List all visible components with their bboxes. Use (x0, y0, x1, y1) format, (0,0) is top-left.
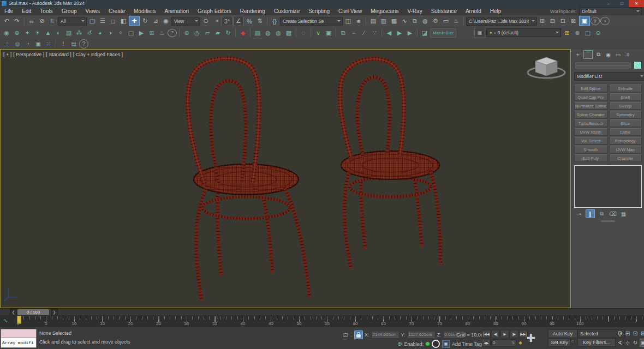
spinner-snap-icon[interactable]: ⇅ (255, 16, 265, 26)
ribbon-icon[interactable]: ▦ (389, 16, 399, 26)
layer-manager-icon[interactable]: ≣ (474, 28, 485, 38)
target-camera-icon[interactable]: ⊕ (12, 28, 22, 38)
tab-motion[interactable]: ◉ (604, 51, 612, 58)
tab-create[interactable]: ＋ (574, 51, 582, 58)
timeline-tick-label[interactable]: 35 (212, 321, 217, 326)
vray-displacement-icon[interactable]: ↺ (85, 28, 94, 38)
zoom-extents-all-icon[interactable]: ⊠ (640, 329, 644, 338)
menu-item[interactable]: Graph Editors (193, 7, 236, 15)
modifier-button[interactable]: Edit Spline (574, 85, 607, 92)
vray-logo-icon[interactable]: ◆ (238, 28, 248, 38)
modifier-button[interactable]: Quad Cap Pro (574, 93, 607, 101)
use-pivot-center-icon[interactable]: ⊙ (201, 16, 211, 26)
chaos-scatter-icon[interactable]: ⊛ (182, 28, 192, 38)
modifier-button[interactable]: Vol. Select (574, 137, 607, 145)
menu-item[interactable]: Animation (160, 7, 193, 15)
modifier-button[interactable]: Extrude (609, 85, 642, 92)
vray-fur-icon[interactable]: ⁂ (74, 28, 84, 38)
timeline-tick-label[interactable]: 65 (381, 321, 386, 326)
add-to-layer-icon[interactable]: ⊜ (573, 28, 582, 38)
vray-sun-icon[interactable]: ☀ (33, 28, 43, 38)
x-coordinate-field[interactable]: 2144,865cm (371, 331, 399, 339)
show-end-result-icon[interactable]: ∥ (586, 209, 595, 218)
select-and-link-icon[interactable]: ∞ (27, 16, 37, 26)
timeline-tick-label[interactable]: 60 (353, 321, 358, 326)
modifier-button[interactable]: Edit Poly (574, 154, 607, 162)
modifier-button[interactable]: Normalize Spline (574, 102, 607, 110)
modifier-button[interactable]: Slice (609, 119, 642, 127)
modifier-button[interactable]: TurboSmooth (574, 119, 607, 127)
menu-item[interactable]: V-Ray (403, 7, 426, 15)
material-override-icon[interactable]: ◍ (273, 28, 283, 38)
livelink-camera-icon[interactable]: ▣ (324, 28, 333, 38)
key-filters-button[interactable]: Key Filters... (577, 338, 616, 347)
maxtobler-button[interactable]: MaxToBler (430, 28, 456, 38)
menu-item[interactable]: Create (104, 7, 129, 15)
timeline-tick-label[interactable]: 25 (156, 321, 161, 326)
render-setup-icon[interactable]: ⚙ (431, 16, 440, 26)
maximize-viewport-icon[interactable]: ▣ (640, 339, 644, 347)
menu-item[interactable]: Views (81, 7, 105, 15)
railclone-left-icon[interactable]: ◀ (384, 28, 394, 38)
time-slider-track[interactable]: ❮ 0 / 100 ❯ (0, 308, 644, 316)
project-open-icon[interactable]: ⊟ (548, 16, 558, 26)
minimize-button[interactable]: – (601, 0, 615, 7)
maximize-button[interactable]: □ (615, 0, 629, 7)
tab-display[interactable]: ▭ (614, 51, 622, 58)
viewport-filter-icon[interactable]: ▼ (94, 52, 98, 56)
menu-item[interactable]: Edit (17, 7, 35, 15)
timeline-tick-label[interactable]: 40 (241, 321, 246, 326)
timeline-tick-label[interactable]: 70 (409, 321, 414, 326)
axis-constraint-icon[interactable]: ⁙ (44, 40, 53, 48)
vray-plane-light-icon[interactable]: ▲ (43, 28, 53, 38)
vray-geometry-icon[interactable]: ◐ (53, 28, 63, 38)
menu-item[interactable]: Arnold (461, 7, 486, 15)
modifier-button[interactable]: UVW Map (609, 146, 642, 153)
quad-chamfer-icon[interactable]: ⧉ (338, 28, 348, 38)
create-key-button[interactable]: ✚ (522, 329, 540, 347)
menu-item[interactable]: Rendering (236, 7, 270, 15)
physical-camera-icon[interactable]: ◉ (2, 28, 11, 38)
isolate-selection-toggle[interactable]: ⊡ (342, 331, 349, 339)
scene-canvas[interactable] (1, 50, 570, 308)
play-button[interactable]: ▶ (500, 330, 509, 338)
material-editor-icon[interactable]: ◍ (420, 16, 430, 26)
vray-help-icon[interactable]: ? (168, 29, 177, 37)
named-selection-sets-dropdown[interactable]: Create Selection Se (280, 17, 343, 26)
menu-item[interactable]: Help (486, 7, 506, 15)
timeline-tick-label[interactable]: 30 (184, 321, 189, 326)
menu-item[interactable]: Substance (427, 7, 461, 15)
select-by-name-icon[interactable]: ☰ (98, 16, 108, 26)
contrast-icon[interactable]: ◪ (420, 28, 430, 38)
vray-proxy-icon[interactable]: ▱ (202, 28, 212, 38)
project-save-icon[interactable]: ⊡ (558, 16, 568, 26)
reference-coordinate-dropdown[interactable]: View (171, 17, 200, 26)
project-settings-icon[interactable]: ⊠ (569, 16, 579, 26)
track-bar[interactable]: 0510152025303540455055606570758085909510… (18, 315, 644, 327)
color-checker-icon[interactable]: ▩ (284, 28, 294, 38)
set-key-button[interactable]: Set Key (548, 338, 571, 347)
menu-item[interactable]: Group (57, 7, 81, 15)
pen-tool-icon[interactable]: ∕ (359, 28, 369, 38)
railclone-play-icon[interactable]: ▶ (395, 28, 404, 38)
y-coordinate-field[interactable]: 1127,625cm (407, 331, 436, 339)
modifier-button[interactable]: Retopology (609, 137, 642, 145)
object-name-field[interactable] (574, 62, 632, 69)
menu-item[interactable]: File (0, 7, 17, 15)
timeline-tick-label[interactable]: 50 (297, 321, 302, 326)
modifier-stack[interactable] (574, 165, 642, 208)
unlink-selection-icon[interactable]: ⊘ (37, 16, 47, 26)
menu-item[interactable]: Customize (270, 7, 304, 15)
close-button[interactable]: ✕ (629, 0, 644, 7)
rendered-frame-icon[interactable]: ▭ (441, 16, 451, 26)
auto-key-button[interactable]: Auto Key (548, 329, 577, 338)
select-and-scale-icon[interactable]: ⊿ (151, 16, 160, 26)
viewport-canvas-icon[interactable]: ▣ (33, 40, 43, 48)
mini-curve-editor-button[interactable]: ∿ (3, 317, 8, 323)
viewport-perspective[interactable]: [ + ][ Perspective ][ Standard ][ Clay +… (0, 49, 571, 308)
frame-spinner[interactable]: ⇅ (511, 341, 515, 345)
particle-tool-icon[interactable]: ∵ (369, 28, 379, 38)
window-crossing-icon[interactable]: ◧ (118, 16, 128, 26)
timeline-tick-label[interactable]: 0 (17, 321, 19, 326)
timeline-tick-label[interactable]: 10 (72, 321, 77, 326)
